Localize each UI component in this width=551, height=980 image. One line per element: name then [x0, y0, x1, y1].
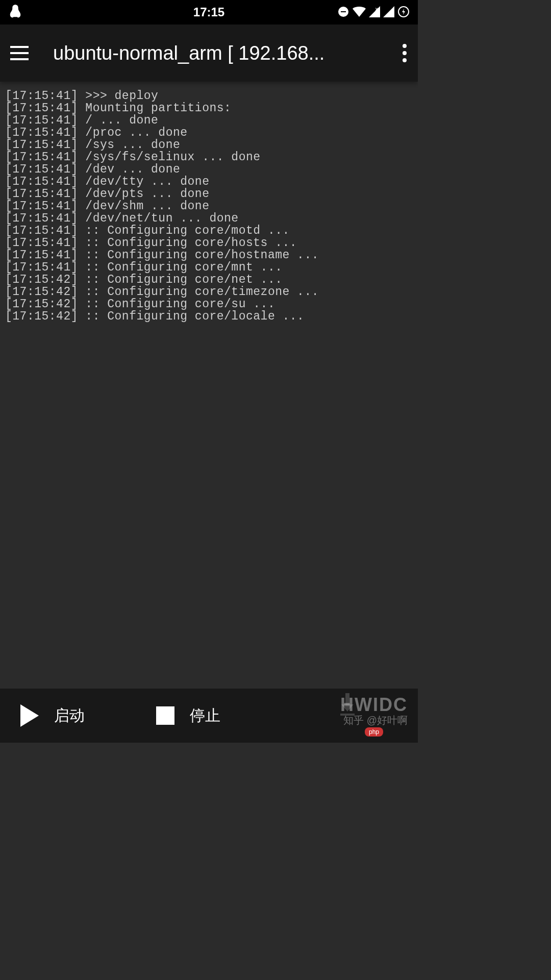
more-menu-icon[interactable]: [397, 39, 408, 67]
dnd-icon: [337, 6, 349, 19]
status-right: ×: [337, 6, 410, 19]
watermark-brand: HWIDC: [340, 694, 408, 716]
battery-icon: [397, 6, 410, 19]
app-title: ubuntu-normal_arm [ 192.168...: [53, 42, 387, 64]
status-time: 17:15: [193, 5, 224, 19]
play-icon: [20, 704, 39, 727]
signal-icon: [383, 6, 394, 19]
terminal-output[interactable]: [17:15:41] >>> deploy [17:15:41] Mountin…: [0, 82, 418, 331]
wifi-icon: [353, 7, 366, 18]
svg-text:×: ×: [375, 6, 379, 13]
start-button[interactable]: 启动: [0, 689, 105, 743]
hamburger-menu-icon[interactable]: [10, 46, 29, 60]
status-bar: 17:15 ×: [0, 0, 418, 24]
stop-button[interactable]: 停止: [136, 689, 241, 743]
start-label: 启动: [54, 705, 85, 726]
penguin-icon: [8, 4, 22, 21]
signal-nodata-icon: ×: [369, 6, 380, 19]
status-left: [8, 4, 22, 21]
stop-label: 停止: [190, 705, 220, 726]
stop-icon: [156, 706, 174, 725]
svg-rect-1: [341, 11, 346, 12]
watermark-author: 知乎 @好叶啊: [340, 714, 408, 727]
php-badge: php: [365, 727, 383, 737]
app-bar: ubuntu-normal_arm [ 192.168...: [0, 24, 418, 82]
watermark: HWIDC 知乎 @好叶啊: [340, 694, 408, 727]
